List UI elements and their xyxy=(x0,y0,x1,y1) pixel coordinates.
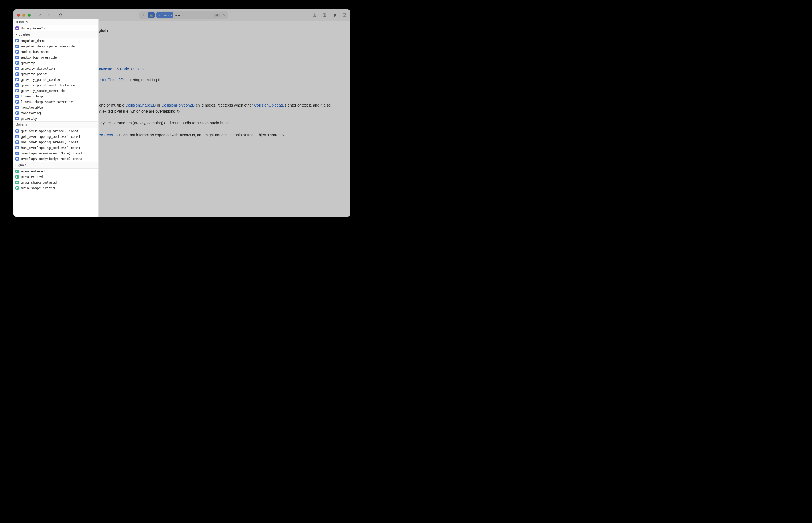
popup-item[interactable]: Pgravity_point xyxy=(13,71,98,77)
popup-item[interactable]: Paudio_bus_override xyxy=(13,55,98,60)
popup-item[interactable]: Pgravity_point_unit_distance xyxy=(13,83,98,88)
type-badge-icon: P xyxy=(15,39,19,42)
maximize-window-button[interactable] xyxy=(27,14,31,17)
popup-item-label: overlaps_body(body: Node) const xyxy=(21,157,82,161)
type-badge-icon: P xyxy=(15,100,19,104)
type-badge-icon: E xyxy=(15,181,19,184)
popup-item-label: has_overlapping_bodies() const xyxy=(21,146,81,150)
popup-section-header: Tutorials xyxy=(13,19,98,25)
popup-item[interactable]: Paudio_bus_name xyxy=(13,49,98,55)
link-collisionshape2d[interactable]: CollisionShape2D xyxy=(125,103,156,107)
popup-item-label: overlaps_area(area: Node) const xyxy=(21,151,82,155)
popup-item[interactable]: Pgravity xyxy=(13,60,98,66)
popup-item[interactable]: Pgravity_space_override xyxy=(13,88,98,93)
popup-item[interactable]: Pangular_damp_space_override xyxy=(13,43,98,49)
scope-pill[interactable]: → Classes xyxy=(156,13,173,18)
popup-item[interactable]: Mget_overlapping_bodies() const xyxy=(13,134,98,139)
popup-item[interactable]: Earea_shape_exited xyxy=(13,185,98,191)
arrow-right-icon: → xyxy=(158,14,161,17)
type-badge-icon: P xyxy=(15,50,19,54)
browser-window: 🤖 → Classes are ⌘L ✕ + xyxy=(13,9,350,217)
popup-item-label: gravity_direction xyxy=(21,67,55,71)
popup-item-label: area_exited xyxy=(21,175,43,179)
popup-item[interactable]: Moverlaps_area(area: Node) const xyxy=(13,150,98,156)
symbols-popup: TutorialsGUsing Area2DPropertiesPangular… xyxy=(13,19,98,217)
link-collisionobject2d-2[interactable]: CollisionObject2D xyxy=(254,103,284,107)
home-button[interactable] xyxy=(58,13,63,17)
popup-item-label: gravity_point_center xyxy=(21,78,61,82)
type-badge-icon: P xyxy=(15,44,19,48)
popup-item[interactable]: Mget_overlapping_areas() const xyxy=(13,128,98,134)
popup-item-label: get_overlapping_bodies() const xyxy=(21,134,81,139)
popup-section-header: Properties xyxy=(13,31,98,38)
popup-item[interactable]: Mhas_overlapping_bodies() const xyxy=(13,145,98,150)
popup-item-label: audio_bus_override xyxy=(21,55,57,59)
popup-item[interactable]: Earea_entered xyxy=(13,168,98,174)
popup-item[interactable]: Pangular_damp xyxy=(13,38,98,43)
minimize-window-button[interactable] xyxy=(22,14,25,17)
popup-item[interactable]: Earea_shape_entered xyxy=(13,180,98,185)
type-badge-icon: P xyxy=(15,67,19,70)
popup-item-label: Using Area2D xyxy=(21,26,45,30)
popup-section-header: Signals xyxy=(13,162,98,168)
popup-item[interactable]: Pgravity_point_center xyxy=(13,77,98,83)
popup-item-label: monitorable xyxy=(21,105,43,109)
toolbar-right xyxy=(312,13,347,17)
type-badge-icon: M xyxy=(15,146,19,149)
type-badge-icon: P xyxy=(15,78,19,82)
type-badge-icon: P xyxy=(15,84,19,87)
site-pill[interactable]: 🤖 xyxy=(148,13,155,18)
popup-item-label: audio_bus_name xyxy=(21,50,49,54)
type-badge-icon: G xyxy=(15,26,19,30)
popup-item[interactable]: Moverlaps_body(body: Node) const xyxy=(13,156,98,162)
popup-item[interactable]: Plinear_damp xyxy=(13,93,98,99)
type-badge-icon: P xyxy=(15,95,19,98)
popup-item-label: monitoring xyxy=(21,111,41,115)
popup-item-label: linear_damp_space_override xyxy=(21,100,73,104)
svg-point-0 xyxy=(142,14,144,16)
popup-item[interactable]: GUsing Area2D xyxy=(13,25,98,31)
popup-item[interactable]: Ppriority xyxy=(13,116,98,121)
close-window-button[interactable] xyxy=(17,14,20,17)
popup-item[interactable]: Mhas_overlapping_areas() const xyxy=(13,139,98,145)
popup-item-label: has_overlapping_areas() const xyxy=(21,140,79,144)
clear-address-button[interactable]: ✕ xyxy=(222,13,227,17)
svg-line-1 xyxy=(144,16,144,16)
bookmarks-icon[interactable] xyxy=(322,13,327,17)
share-icon[interactable] xyxy=(312,13,316,17)
popup-item[interactable]: Pmonitoring xyxy=(13,110,98,116)
popup-item-label: priority xyxy=(21,116,37,121)
popup-item-label: area_entered xyxy=(21,169,45,173)
type-badge-icon: P xyxy=(15,89,19,92)
type-badge-icon: P xyxy=(15,106,19,109)
inherits-link-object[interactable]: Object xyxy=(133,67,145,71)
back-button[interactable] xyxy=(38,13,42,17)
popup-item[interactable]: Pgravity_direction xyxy=(13,66,98,71)
popup-item[interactable]: Pmonitorable xyxy=(13,105,98,110)
popup-item-label: angular_damp_space_override xyxy=(21,44,75,48)
forward-button[interactable] xyxy=(47,13,51,17)
type-badge-icon: E xyxy=(15,175,19,179)
popup-item-label: gravity_point_unit_distance xyxy=(21,83,75,87)
type-badge-icon: M xyxy=(15,140,19,144)
popup-item-label: gravity_space_override xyxy=(21,89,65,93)
popup-item[interactable]: Earea_exited xyxy=(13,174,98,180)
address-bar[interactable]: 🤖 → Classes are ⌘L ✕ xyxy=(139,12,228,19)
window-controls xyxy=(17,14,31,17)
shortcut-badge: ⌘L xyxy=(214,14,220,17)
type-badge-icon: E xyxy=(15,186,19,190)
new-tab-button[interactable]: + xyxy=(230,12,236,19)
type-badge-icon: P xyxy=(15,117,19,120)
appearance-icon[interactable] xyxy=(332,13,337,17)
type-badge-icon: M xyxy=(15,129,19,133)
edit-icon[interactable] xyxy=(343,13,347,17)
inherits-link-node[interactable]: Node xyxy=(120,67,129,71)
popup-item[interactable]: Plinear_damp_space_override xyxy=(13,99,98,105)
popup-item-label: get_overlapping_areas() const xyxy=(21,129,79,133)
popup-item-label: gravity_point xyxy=(21,72,47,76)
type-badge-icon: P xyxy=(15,61,19,65)
type-badge-icon: E xyxy=(15,169,19,173)
popup-section-header: Methods xyxy=(13,121,98,128)
popup-item-label: area_shape_entered xyxy=(21,180,57,184)
link-collisionpolygon2d[interactable]: CollisionPolygon2D xyxy=(161,103,195,107)
